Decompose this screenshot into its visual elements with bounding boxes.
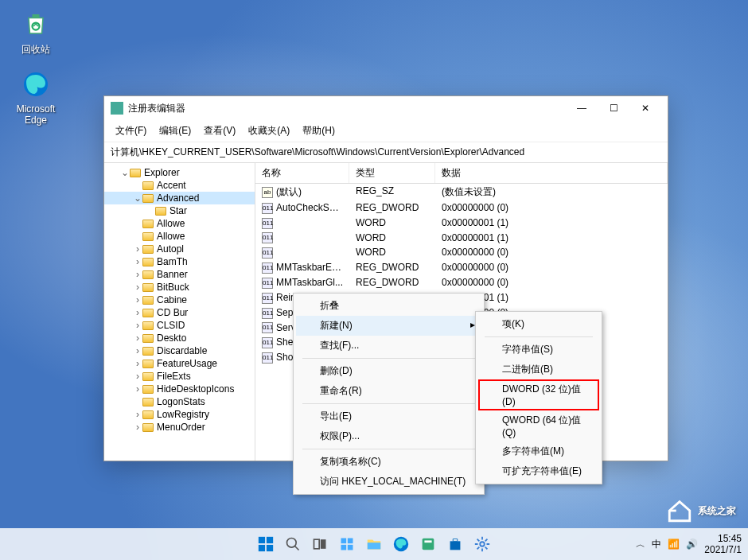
list-row[interactable]: 011WORD0x00000001 (1) (255, 231, 668, 246)
settings-icon[interactable] (471, 533, 493, 555)
tree-node[interactable]: Allowe (104, 230, 255, 243)
ime-icon[interactable]: 中 (652, 538, 661, 551)
list-row[interactable]: 011WORD0x00000001 (1) (255, 216, 668, 231)
svg-rect-8 (314, 539, 320, 549)
edge-icon[interactable]: Microsoft Edge (8, 68, 64, 126)
chevron-right-icon[interactable]: › (133, 320, 142, 331)
binary-value-icon: 011 (262, 308, 273, 319)
svg-rect-17 (424, 540, 431, 542)
tree-node[interactable]: ›Autopl (104, 243, 255, 255)
ctx-rename[interactable]: 重命名(R) (296, 381, 481, 401)
network-icon[interactable]: 📶 (668, 539, 680, 550)
separator (302, 403, 475, 404)
tree-node[interactable]: ›FeatureUsage (104, 357, 255, 370)
tree-node-star[interactable]: Star (104, 204, 255, 217)
chevron-right-icon[interactable]: › (133, 256, 142, 267)
tree-node-advanced[interactable]: ⌄Advanced (104, 192, 255, 204)
minimize-button[interactable]: — (566, 97, 598, 119)
chevron-down-icon[interactable]: ⌄ (133, 192, 142, 204)
menu-file[interactable]: 文件(F) (109, 122, 153, 140)
chevron-right-icon[interactable]: › (133, 345, 142, 356)
sub-binary[interactable]: 二进制值(B) (478, 360, 599, 379)
tray-arrow-icon[interactable]: ︿ (636, 538, 645, 551)
ctx-delete[interactable]: 删除(D) (296, 361, 481, 381)
tree-node[interactable]: ›Discardable (104, 344, 255, 357)
tree-node[interactable]: ›Deskto (104, 332, 255, 344)
store-icon[interactable] (444, 533, 466, 555)
chevron-right-icon[interactable]: › (133, 409, 142, 420)
column-name[interactable]: 名称 (255, 163, 349, 183)
sub-qword[interactable]: QWORD (64 位)值(Q) (478, 410, 599, 441)
tree-node[interactable]: ›FileExts (104, 370, 255, 383)
taskbar[interactable]: ︿ 中 📶 🔊 15:45 2021/7/1 (0, 528, 748, 560)
tree-node[interactable]: ›CLSID (104, 319, 255, 332)
folder-icon (142, 347, 154, 356)
maximize-button[interactable]: ☐ (598, 97, 629, 119)
tree-node[interactable]: ›Banner (104, 268, 255, 281)
tree-node[interactable]: LogonStats (104, 395, 255, 408)
start-button[interactable] (255, 533, 277, 555)
titlebar[interactable]: 注册表编辑器 — ☐ ✕ (104, 96, 668, 120)
chevron-right-icon[interactable]: › (133, 294, 142, 305)
task-view-icon[interactable] (309, 533, 331, 555)
chevron-right-icon[interactable]: › (133, 332, 142, 344)
chevron-right-icon[interactable]: › (133, 358, 142, 369)
sub-string[interactable]: 字符串值(S) (478, 340, 599, 360)
chevron-right-icon[interactable]: › (133, 307, 142, 318)
tree-node[interactable]: ›LowRegistry (104, 408, 255, 421)
sub-dword[interactable]: DWORD (32 位)值(D) (478, 379, 599, 410)
ctx-find[interactable]: 查找(F)... (296, 336, 481, 356)
menu-help[interactable]: 帮助(H) (296, 122, 341, 140)
list-row[interactable]: ab(默认)REG_SZ(数值未设置) (255, 184, 668, 200)
tree-node[interactable]: ›BitBuck (104, 281, 255, 294)
column-type[interactable]: 类型 (349, 163, 435, 183)
list-row[interactable]: 011AutoCheckSelectREG_DWORD0x00000000 (0… (255, 200, 668, 216)
volume-icon[interactable]: 🔊 (686, 539, 698, 550)
svg-line-7 (295, 546, 299, 550)
list-row[interactable]: 011MMTaskbarGl...REG_DWORD0x00000000 (0) (255, 275, 668, 290)
menu-view[interactable]: 查看(V) (197, 122, 242, 140)
regedit-taskbar-icon[interactable] (417, 533, 439, 555)
addressbar[interactable]: 计算机\HKEY_CURRENT_USER\Software\Microsoft… (104, 142, 668, 163)
clock[interactable]: 15:45 2021/7/1 (704, 533, 742, 556)
chevron-down-icon[interactable]: ⌄ (120, 167, 130, 178)
explorer-icon[interactable] (363, 533, 385, 555)
chevron-right-icon[interactable]: › (133, 383, 142, 395)
sub-expand-string[interactable]: 可扩充字符串值(E) (478, 461, 599, 481)
sub-multi-string[interactable]: 多字符串值(M) (478, 441, 599, 461)
tree-pane[interactable]: ⌄Explorer Accent ⌄Advanced Star Allowe A… (104, 163, 255, 461)
column-data[interactable]: 数据 (435, 163, 668, 183)
menu-favorites[interactable]: 收藏夹(A) (242, 122, 296, 140)
tree-node[interactable]: ›Cabine (104, 294, 255, 306)
widgets-icon[interactable] (336, 533, 358, 555)
tree-node[interactable]: ›BamTh (104, 255, 255, 268)
tree-node-explorer[interactable]: ⌄Explorer (104, 166, 255, 179)
chevron-right-icon[interactable]: › (133, 243, 142, 255)
tree-node[interactable]: ›HideDesktopIcons (104, 383, 255, 395)
svg-rect-2 (259, 537, 265, 543)
ctx-permissions[interactable]: 权限(P)... (296, 426, 481, 446)
ctx-new[interactable]: 新建(N) (296, 316, 481, 336)
chevron-right-icon[interactable]: › (133, 371, 142, 382)
chevron-right-icon[interactable]: › (133, 282, 142, 293)
close-button[interactable]: ✕ (629, 97, 661, 119)
tree-node[interactable]: ›MenuOrder (104, 421, 255, 434)
menu-edit[interactable]: 编辑(E) (153, 122, 197, 140)
edge-taskbar-icon[interactable] (390, 533, 412, 555)
tree-node-accent[interactable]: Accent (104, 179, 255, 192)
search-icon[interactable] (282, 533, 304, 555)
ctx-goto-hklm[interactable]: 访问 HKEY_LOCAL_MACHINE(T) (296, 472, 481, 492)
chevron-right-icon[interactable]: › (133, 422, 142, 433)
ctx-copy-key-name[interactable]: 复制项名称(C) (296, 452, 481, 472)
list-row[interactable]: 011MMTaskbarEn...REG_DWORD0x00000000 (0) (255, 260, 668, 275)
tree-node[interactable]: Allowe (104, 217, 255, 230)
tree-node[interactable]: ›CD Bur (104, 306, 255, 319)
ctx-collapse[interactable]: 折叠 (296, 296, 481, 316)
sub-key[interactable]: 项(K) (478, 314, 599, 334)
system-tray[interactable]: ︿ 中 📶 🔊 15:45 2021/7/1 (636, 533, 742, 556)
chevron-right-icon[interactable]: › (133, 269, 142, 280)
list-row[interactable]: 011WORD0x00000000 (0) (255, 245, 668, 260)
svg-rect-14 (368, 542, 381, 549)
ctx-export[interactable]: 导出(E) (296, 406, 481, 426)
recycle-bin-icon[interactable]: 回收站 (8, 8, 64, 56)
